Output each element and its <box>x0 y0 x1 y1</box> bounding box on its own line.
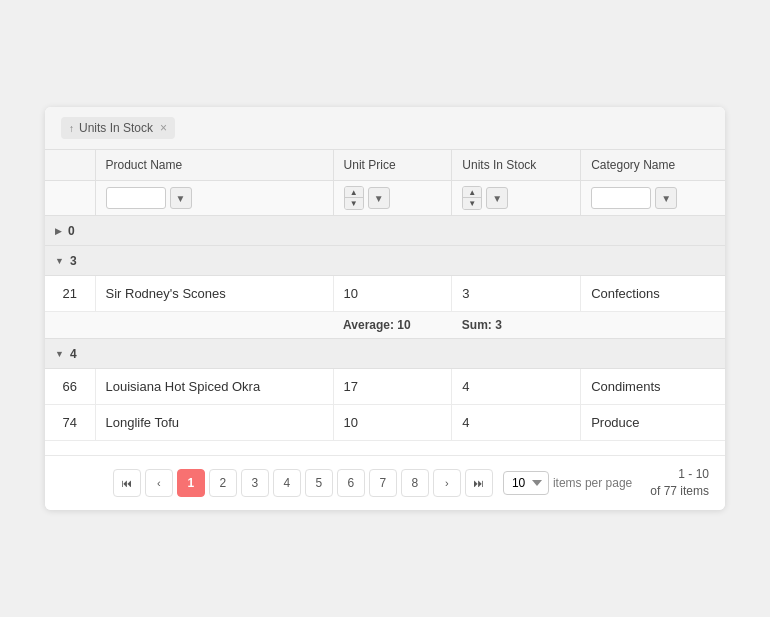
group-row-0: ▶ 0 <box>45 216 725 246</box>
row-74-units-in-stock: 4 <box>452 405 581 441</box>
row-74-id: 74 <box>45 405 95 441</box>
group-0-label: 0 <box>68 224 75 238</box>
group-row-3: ▼ 3 <box>45 246 725 276</box>
row-21-product-name: Sir Rodney's Scones <box>95 276 333 312</box>
group-0-cell: ▶ 0 <box>45 216 725 246</box>
next-page-button[interactable]: › <box>433 469 461 497</box>
filter-product-name-input[interactable] <box>106 187 166 209</box>
items-count: 1 - 10 of 77 items <box>650 466 709 500</box>
row-66-unit-price: 17 <box>333 369 452 405</box>
unit-price-spinner[interactable]: ▲ ▼ <box>344 186 364 210</box>
group-4-cell: ▼ 4 <box>45 339 725 369</box>
group-3-toggle[interactable]: ▼ 3 <box>55 254 77 268</box>
filter-product-name-button[interactable]: ▼ <box>170 187 192 209</box>
last-page-button[interactable]: ⏭ <box>465 469 493 497</box>
filter-unit-price-cell: ▲ ▼ ▼ <box>333 181 452 216</box>
unit-price-down-btn[interactable]: ▼ <box>345 198 363 209</box>
prev-page-button[interactable]: ‹ <box>145 469 173 497</box>
page-4-button[interactable]: 4 <box>273 469 301 497</box>
per-page-select[interactable]: 10 20 50 <box>503 471 549 495</box>
units-stock-spinner[interactable]: ▲ ▼ <box>462 186 482 210</box>
sort-tag-label: Units In Stock <box>79 121 153 135</box>
data-table: Product Name Unit Price Units In Stock C… <box>45 150 725 455</box>
summary-3-cat <box>581 312 725 339</box>
page-7-button[interactable]: 7 <box>369 469 397 497</box>
sort-arrow-icon: ↑ <box>69 123 74 134</box>
units-stock-down-btn[interactable]: ▼ <box>463 198 481 209</box>
filter-units-stock-button[interactable]: ▼ <box>486 187 508 209</box>
row-66-category-name: Condiments <box>581 369 725 405</box>
row-21-units-in-stock: 3 <box>452 276 581 312</box>
sort-tag-close-icon[interactable]: × <box>160 121 167 135</box>
pagination-bar: ⏮ ‹ 1 2 3 4 5 6 7 8 › ⏭ 10 20 50 items p… <box>45 455 725 510</box>
page-8-button[interactable]: 8 <box>401 469 429 497</box>
sort-tag-bar: ↑ Units In Stock × <box>45 107 725 150</box>
summary-3-average: Average: 10 <box>333 312 452 339</box>
page-6-button[interactable]: 6 <box>337 469 365 497</box>
filter-product-name-cell: ▼ <box>95 181 333 216</box>
first-page-button[interactable]: ⏮ <box>113 469 141 497</box>
page-2-button[interactable]: 2 <box>209 469 237 497</box>
filter-units-in-stock-cell: ▲ ▼ ▼ <box>452 181 581 216</box>
range-label: 1 - 10 <box>678 467 709 481</box>
page-3-button[interactable]: 3 <box>241 469 269 497</box>
col-header-unit-price: Unit Price <box>333 150 452 181</box>
group-3-cell: ▼ 3 <box>45 246 725 276</box>
col-header-product-name: Product Name <box>95 150 333 181</box>
table-row: 66 Louisiana Hot Spiced Okra 17 4 Condim… <box>45 369 725 405</box>
page-1-button[interactable]: 1 <box>177 469 205 497</box>
filter-row: ▼ ▲ ▼ ▼ ▲ ▼ <box>45 181 725 216</box>
row-66-product-name: Louisiana Hot Spiced Okra <box>95 369 333 405</box>
summary-3-product <box>95 312 333 339</box>
col-header-id <box>45 150 95 181</box>
page-5-button[interactable]: 5 <box>305 469 333 497</box>
summary-3-sum: Sum: 3 <box>452 312 581 339</box>
filter-category-name-cell: ▼ <box>581 181 725 216</box>
row-21-id: 21 <box>45 276 95 312</box>
sort-tag[interactable]: ↑ Units In Stock × <box>61 117 175 139</box>
data-grid: ↑ Units In Stock × Product Name Unit Pri… <box>45 107 725 509</box>
row-74-unit-price: 10 <box>333 405 452 441</box>
group-3-summary-row: Average: 10 Sum: 3 <box>45 312 725 339</box>
group-4-label: 4 <box>70 347 77 361</box>
filter-category-name-input[interactable] <box>591 187 651 209</box>
row-66-units-in-stock: 4 <box>452 369 581 405</box>
items-per-page-label: items per page <box>553 476 632 490</box>
col-header-units-in-stock: Units In Stock <box>452 150 581 181</box>
table-row: 74 Longlife Tofu 10 4 Produce <box>45 405 725 441</box>
group-3-arrow-icon: ▼ <box>55 256 64 266</box>
filter-unit-price-button[interactable]: ▼ <box>368 187 390 209</box>
group-0-toggle[interactable]: ▶ 0 <box>55 224 75 238</box>
units-stock-up-btn[interactable]: ▲ <box>463 187 481 198</box>
row-21-category-name: Confections <box>581 276 725 312</box>
summary-3-id <box>45 312 95 339</box>
row-74-product-name: Longlife Tofu <box>95 405 333 441</box>
group-4-arrow-icon: ▼ <box>55 349 64 359</box>
group-4-toggle[interactable]: ▼ 4 <box>55 347 77 361</box>
unit-price-up-btn[interactable]: ▲ <box>345 187 363 198</box>
group-0-arrow-icon: ▶ <box>55 226 62 236</box>
row-21-unit-price: 10 <box>333 276 452 312</box>
filter-category-name-button[interactable]: ▼ <box>655 187 677 209</box>
column-header-row: Product Name Unit Price Units In Stock C… <box>45 150 725 181</box>
row-74-category-name: Produce <box>581 405 725 441</box>
row-66-id: 66 <box>45 369 95 405</box>
total-label: of 77 items <box>650 484 709 498</box>
group-3-label: 3 <box>70 254 77 268</box>
filter-id-cell <box>45 181 95 216</box>
col-header-category-name: Category Name <box>581 150 725 181</box>
group-row-4: ▼ 4 <box>45 339 725 369</box>
table-row: 21 Sir Rodney's Scones 10 3 Confections <box>45 276 725 312</box>
